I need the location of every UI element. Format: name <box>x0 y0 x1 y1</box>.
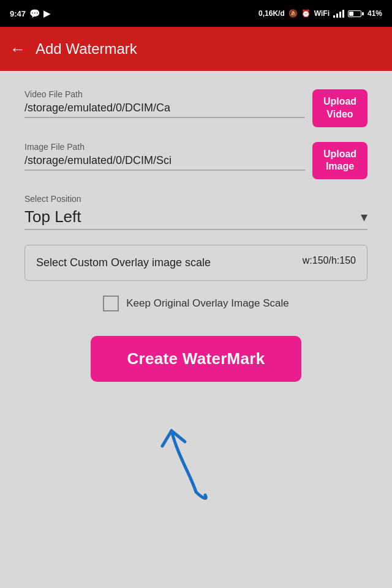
annotation-area <box>24 394 368 504</box>
video-file-group: Video File Path /storage/emulated/0/DCIM… <box>24 89 368 127</box>
create-watermark-button[interactable]: Create WaterMark <box>91 336 302 382</box>
video-file-path: /storage/emulated/0/DCIM/Ca <box>24 102 305 118</box>
video-file-row: Video File Path /storage/emulated/0/DCIM… <box>24 89 368 127</box>
header: ← Add Watermark <box>0 27 392 71</box>
image-file-label: Image File Path <box>24 142 305 152</box>
image-file-path: /storage/emulated/0/DCIM/Sci <box>24 154 305 171</box>
app-icon-play: ▶ <box>43 9 50 18</box>
mute-icon: 🔕 <box>288 9 298 18</box>
back-button[interactable]: ← <box>10 40 26 59</box>
dropdown-arrow-icon: ▾ <box>361 209 368 225</box>
overlay-text: Select Custom Overlay image scale <box>36 255 298 270</box>
signal-bars <box>333 9 344 18</box>
keep-scale-checkbox[interactable] <box>103 296 119 311</box>
alarm-icon: ⏰ <box>301 9 311 18</box>
arrow-annotation <box>135 394 257 504</box>
page-title: Add Watermark <box>36 40 137 58</box>
image-file-group: Image File Path /storage/emulated/0/DCIM… <box>24 142 368 180</box>
overlay-dims: w:150/h:150 <box>303 255 356 266</box>
checkbox-row: Keep Original Overlay Image Scale <box>24 296 368 311</box>
time: 9:47 <box>10 9 26 18</box>
image-field-wrapper: Image File Path /storage/emulated/0/DCIM… <box>24 142 305 171</box>
video-field-wrapper: Video File Path /storage/emulated/0/DCIM… <box>24 89 305 118</box>
main-content: Video File Path /storage/emulated/0/DCIM… <box>0 71 392 588</box>
battery-percent: 41% <box>368 9 382 18</box>
wifi-icon: WiFi <box>314 9 330 18</box>
status-bar: 9:47 💬 ▶ 0,16K/d 🔕 ⏰ WiFi 41% <box>0 0 392 27</box>
create-button-wrapper: Create WaterMark <box>24 336 368 382</box>
overlay-scale-box[interactable]: Select Custom Overlay image scale w:150/… <box>24 245 368 281</box>
position-value: Top Left <box>24 207 81 226</box>
status-right: 0,16K/d 🔕 ⏰ WiFi 41% <box>258 9 382 18</box>
select-position-group: Select Position Top Left ▾ <box>24 194 368 230</box>
checkbox-label: Keep Original Overlay Image Scale <box>126 297 289 310</box>
network-speed: 0,16K/d <box>258 9 285 18</box>
battery-indicator <box>348 10 364 17</box>
select-underline <box>24 229 368 230</box>
status-left: 9:47 💬 ▶ <box>10 9 50 18</box>
upload-image-button[interactable]: UploadImage <box>312 142 368 180</box>
select-position-row[interactable]: Top Left ▾ <box>24 207 368 226</box>
upload-video-button[interactable]: UploadVideo <box>312 89 368 127</box>
video-file-label: Video File Path <box>24 89 305 99</box>
select-position-label: Select Position <box>24 194 368 204</box>
image-file-row: Image File Path /storage/emulated/0/DCIM… <box>24 142 368 180</box>
app-icon-telegram: 💬 <box>29 9 40 18</box>
